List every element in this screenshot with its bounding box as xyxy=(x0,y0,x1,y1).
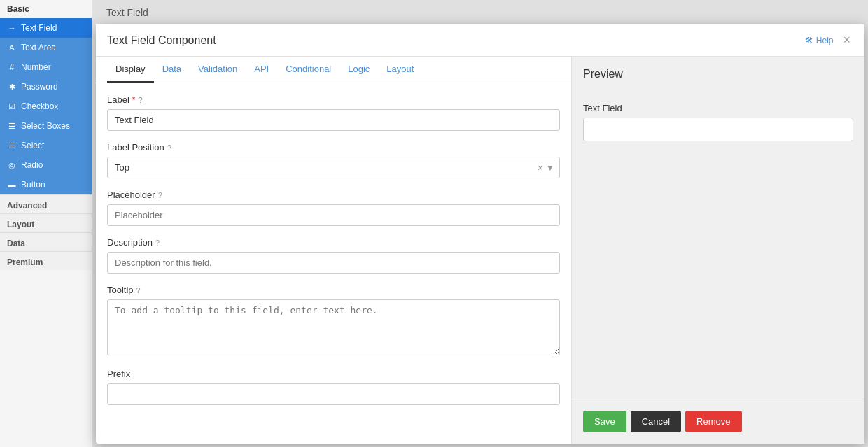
sidebar-item-label: Number xyxy=(21,62,51,72)
number-icon: # xyxy=(7,63,17,71)
sidebar-item-number[interactable]: # Number xyxy=(0,57,92,77)
preview-title: Preview xyxy=(572,57,864,92)
description-label: Description ? xyxy=(107,237,560,248)
label-field-group: Label * ? xyxy=(107,94,560,131)
preview-content: Text Field xyxy=(572,92,864,152)
action-buttons: Save Cancel Remove xyxy=(572,399,864,444)
tab-data[interactable]: Data xyxy=(154,57,190,83)
bg-text-field-label: Text Field xyxy=(106,7,148,18)
sidebar-item-text-area[interactable]: A Text Area xyxy=(0,38,92,57)
select-clear-icon[interactable]: × xyxy=(538,162,543,173)
tooltip-textarea[interactable] xyxy=(107,299,560,355)
help-icon: 🛠 xyxy=(805,36,813,45)
label-position-help-icon[interactable]: ? xyxy=(167,143,172,152)
sidebar-item-label: Select Boxes xyxy=(21,121,70,131)
sidebar-item-checkbox[interactable]: ☑ Checkbox xyxy=(0,97,92,116)
modal-close-button[interactable]: × xyxy=(840,33,853,48)
preview-text-input[interactable] xyxy=(583,118,853,141)
radio-icon: ◎ xyxy=(7,161,17,170)
text-field-icon: → xyxy=(7,24,17,32)
app-container: Basic → Text Field A Text Area # Number … xyxy=(0,0,868,447)
prefix-input[interactable] xyxy=(107,383,560,405)
placeholder-input[interactable] xyxy=(107,204,560,226)
help-label: Help xyxy=(816,36,834,45)
tab-conditional[interactable]: Conditional xyxy=(277,57,340,83)
save-button[interactable]: Save xyxy=(583,411,626,432)
sidebar-item-text-field[interactable]: → Text Field xyxy=(0,18,92,38)
password-icon: ✱ xyxy=(7,83,17,92)
modal-header-actions: 🛠 Help × xyxy=(805,33,853,48)
remove-button[interactable]: Remove xyxy=(685,411,741,432)
tab-layout[interactable]: Layout xyxy=(378,57,422,83)
sidebar-group-premium[interactable]: Premium xyxy=(0,251,92,270)
tooltip-help-icon[interactable]: ? xyxy=(136,286,141,295)
select-icon: ☰ xyxy=(7,141,17,150)
sidebar-item-select[interactable]: ☰ Select xyxy=(0,136,92,155)
label-position-field-group: Label Position ? Top Bottom Left Right xyxy=(107,142,560,178)
placeholder-field-group: Placeholder ? xyxy=(107,190,560,226)
modal-header: Text Field Component 🛠 Help × xyxy=(96,24,864,57)
select-boxes-icon: ☰ xyxy=(7,122,17,131)
tab-validation[interactable]: Validation xyxy=(190,57,246,83)
label-input[interactable] xyxy=(107,109,560,131)
help-link[interactable]: 🛠 Help xyxy=(805,36,834,45)
modal-body: Display Data Validation API Conditional … xyxy=(96,57,864,444)
sidebar-item-label: Radio xyxy=(21,160,43,170)
placeholder-label: Placeholder ? xyxy=(107,190,560,200)
label-field-label: Label * ? xyxy=(107,94,560,105)
tab-api[interactable]: API xyxy=(246,57,277,83)
sidebar: Basic → Text Field A Text Area # Number … xyxy=(0,0,92,447)
sidebar-group-data[interactable]: Data xyxy=(0,232,92,251)
placeholder-help-icon[interactable]: ? xyxy=(158,191,162,199)
sidebar-item-label: Checkbox xyxy=(21,101,58,111)
checkbox-icon: ☑ xyxy=(7,102,17,111)
modal-title: Text Field Component xyxy=(107,34,216,47)
button-icon: ▬ xyxy=(7,180,17,189)
sidebar-basic-title: Basic xyxy=(0,0,92,18)
sidebar-item-button[interactable]: ▬ Button xyxy=(0,175,92,194)
description-input[interactable] xyxy=(107,252,560,274)
tabs: Display Data Validation API Conditional … xyxy=(96,57,571,83)
form-panel: Display Data Validation API Conditional … xyxy=(96,57,572,444)
tab-display[interactable]: Display xyxy=(107,57,154,83)
sidebar-group-layout[interactable]: Layout xyxy=(0,213,92,232)
description-help-icon[interactable]: ? xyxy=(155,239,160,247)
prefix-field-group: Prefix xyxy=(107,369,560,405)
label-position-label: Label Position ? xyxy=(107,142,560,152)
label-position-select[interactable]: Top Bottom Left Right xyxy=(107,157,560,178)
tab-logic[interactable]: Logic xyxy=(340,57,378,83)
sidebar-item-password[interactable]: ✱ Password xyxy=(0,77,92,97)
sidebar-item-label: Text Area xyxy=(21,43,56,52)
tooltip-label: Tooltip ? xyxy=(107,285,560,295)
preview-field-label: Text Field xyxy=(583,103,853,113)
sidebar-item-select-boxes[interactable]: ☰ Select Boxes xyxy=(0,116,92,136)
sidebar-item-label: Select xyxy=(21,141,44,150)
modal: Text Field Component 🛠 Help × Display Da… xyxy=(96,24,864,444)
label-help-icon[interactable]: ? xyxy=(138,96,142,104)
preview-panel: Preview Text Field Save Cancel Remove xyxy=(572,57,864,444)
label-position-select-wrapper: Top Bottom Left Right × ▼ xyxy=(107,157,560,178)
description-field-group: Description ? xyxy=(107,237,560,274)
sidebar-item-label: Text Field xyxy=(21,23,57,33)
form-fields: Label * ? Label Position ? xyxy=(96,83,571,444)
text-area-icon: A xyxy=(7,43,17,52)
prefix-label: Prefix xyxy=(107,369,560,379)
sidebar-item-label: Button xyxy=(21,180,46,190)
tooltip-field-group: Tooltip ? xyxy=(107,285,560,357)
cancel-button[interactable]: Cancel xyxy=(631,411,681,432)
sidebar-item-label: Password xyxy=(21,82,58,92)
required-indicator: * xyxy=(132,95,136,105)
main-content: Text Field Text Field Component 🛠 Help × xyxy=(92,0,868,447)
sidebar-item-radio[interactable]: ◎ Radio xyxy=(0,155,92,175)
sidebar-group-advanced[interactable]: Advanced xyxy=(0,194,92,213)
